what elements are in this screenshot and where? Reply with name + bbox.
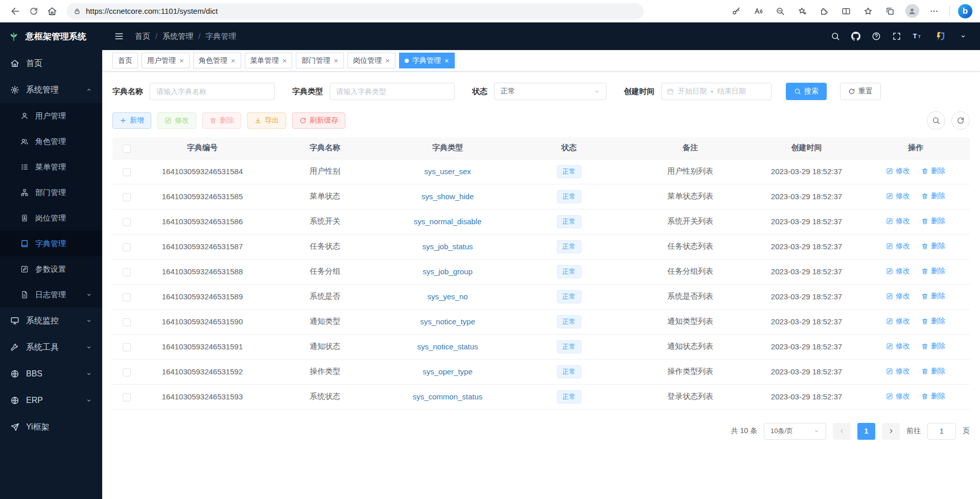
dict-type-link[interactable]: sys_notice_type	[420, 317, 475, 326]
tab-close-icon[interactable]: ×	[385, 57, 390, 64]
sidebar-item-bbs[interactable]: BBS	[0, 361, 102, 387]
browser-more-options[interactable]	[925, 3, 943, 20]
row-edit-link[interactable]: 修改	[886, 167, 910, 176]
export-button[interactable]: 导出	[247, 112, 286, 129]
split-screen-icon[interactable]	[837, 3, 855, 20]
font-size-icon[interactable]	[912, 31, 923, 42]
add-favorite-icon[interactable]	[794, 3, 811, 20]
status-select[interactable]: 正常	[494, 83, 606, 100]
row-edit-link[interactable]: 修改	[886, 342, 910, 351]
collections-icon[interactable]	[881, 3, 899, 20]
sidebar-item-role[interactable]: 角色管理	[0, 129, 102, 154]
row-edit-link[interactable]: 修改	[886, 392, 910, 401]
row-edit-link[interactable]: 修改	[886, 367, 910, 376]
tab-dept[interactable]: 部门管理×	[296, 53, 344, 68]
select-all-checkbox[interactable]	[123, 145, 131, 153]
row-checkbox[interactable]	[123, 193, 131, 201]
prev-page-button[interactable]	[833, 423, 851, 440]
sidebar-item-tool[interactable]: 系统工具	[0, 334, 102, 361]
tab-close-icon[interactable]: ×	[179, 57, 184, 64]
breadcrumb-home[interactable]: 首页	[135, 32, 150, 41]
row-checkbox[interactable]	[123, 368, 131, 376]
dict-name-input[interactable]	[150, 83, 275, 100]
sidebar-item-system[interactable]: 系统管理	[0, 77, 102, 103]
row-delete-link[interactable]: 删除	[921, 267, 945, 276]
dict-type-link[interactable]: sys_common_status	[413, 392, 483, 401]
browser-back-button[interactable]	[6, 3, 25, 20]
page-number-1[interactable]: 1	[857, 423, 875, 440]
refresh-table-button[interactable]	[951, 111, 970, 130]
row-edit-link[interactable]: 修改	[886, 192, 910, 201]
row-edit-link[interactable]: 修改	[886, 267, 910, 276]
date-range-picker[interactable]: 开始日期 - 结束日期	[661, 83, 772, 100]
sidebar-item-erp[interactable]: ERP	[0, 387, 102, 414]
tab-menu[interactable]: 菜单管理×	[245, 53, 293, 68]
read-aloud-icon[interactable]	[750, 3, 767, 20]
github-icon[interactable]	[850, 31, 861, 42]
row-delete-link[interactable]: 删除	[921, 192, 945, 201]
sidebar-item-post[interactable]: 岗位管理	[0, 205, 102, 231]
toggle-search-button[interactable]	[927, 111, 945, 130]
password-key-icon[interactable]	[728, 3, 745, 20]
sidebar-item-log[interactable]: 日志管理	[0, 282, 102, 307]
dict-type-link[interactable]: sys_user_sex	[424, 167, 471, 176]
row-checkbox[interactable]	[123, 218, 131, 226]
tab-close-icon[interactable]: ×	[231, 57, 236, 64]
row-checkbox[interactable]	[123, 393, 131, 401]
edit-button[interactable]: 修改	[157, 112, 196, 129]
row-edit-link[interactable]: 修改	[886, 242, 910, 251]
tab-close-icon[interactable]: ×	[334, 57, 338, 64]
address-bar[interactable]	[66, 3, 644, 19]
browser-refresh-button[interactable]	[25, 3, 43, 20]
hamburger-icon[interactable]	[113, 31, 125, 42]
row-delete-link[interactable]: 删除	[921, 392, 945, 401]
breadcrumb-system[interactable]: 系统管理	[150, 32, 193, 41]
next-page-button[interactable]	[882, 423, 900, 440]
row-edit-link[interactable]: 修改	[886, 217, 910, 226]
goto-page-input[interactable]	[927, 423, 956, 440]
row-delete-link[interactable]: 删除	[921, 242, 945, 251]
dict-type-input[interactable]	[330, 83, 455, 100]
user-dropdown-caret-icon[interactable]	[958, 31, 969, 42]
row-delete-link[interactable]: 删除	[921, 292, 945, 301]
tab-home[interactable]: 首页	[112, 53, 138, 68]
dict-type-link[interactable]: sys_normal_disable	[414, 217, 482, 226]
profile-avatar[interactable]	[903, 3, 921, 20]
user-avatar-logo[interactable]	[932, 28, 948, 44]
row-delete-link[interactable]: 删除	[921, 217, 945, 226]
row-delete-link[interactable]: 删除	[921, 367, 945, 376]
dict-type-link[interactable]: sys_show_hide	[422, 192, 474, 201]
tab-role[interactable]: 角色管理×	[193, 53, 241, 68]
zoom-icon[interactable]	[772, 3, 789, 20]
extensions-icon[interactable]	[815, 3, 833, 20]
tab-user[interactable]: 用户管理×	[142, 53, 190, 68]
row-checkbox[interactable]	[123, 168, 131, 176]
refresh-cache-button[interactable]: 刷新缓存	[292, 112, 345, 129]
favorites-icon[interactable]	[859, 3, 877, 20]
row-delete-link[interactable]: 删除	[921, 317, 945, 326]
fullscreen-icon[interactable]	[891, 31, 902, 42]
row-checkbox[interactable]	[123, 293, 131, 301]
help-icon[interactable]	[871, 31, 882, 42]
row-edit-link[interactable]: 修改	[886, 292, 910, 301]
url-input[interactable]	[86, 7, 637, 15]
dict-type-link[interactable]: sys_notice_status	[417, 342, 478, 351]
row-delete-link[interactable]: 删除	[921, 342, 945, 351]
dict-type-link[interactable]: sys_oper_type	[423, 367, 473, 376]
dict-type-link[interactable]: sys_yes_no	[427, 292, 468, 301]
sidebar-item-dict[interactable]: 字典管理	[0, 231, 102, 256]
add-button[interactable]: 新增	[112, 112, 151, 129]
browser-home-button[interactable]	[43, 3, 61, 20]
dict-type-link[interactable]: sys_job_status	[422, 242, 473, 251]
reset-button[interactable]: 重置	[840, 83, 881, 100]
page-size-select[interactable]: 10条/页	[764, 423, 826, 440]
sidebar-item-dept[interactable]: 部门管理	[0, 180, 102, 205]
search-icon[interactable]	[830, 31, 841, 42]
row-checkbox[interactable]	[123, 343, 131, 351]
row-checkbox[interactable]	[123, 243, 131, 251]
sidebar-item-user[interactable]: 用户管理	[0, 103, 102, 129]
row-edit-link[interactable]: 修改	[886, 317, 910, 326]
row-delete-link[interactable]: 删除	[921, 167, 945, 176]
sidebar-item-menu[interactable]: 菜单管理	[0, 154, 102, 180]
tab-post[interactable]: 岗位管理×	[347, 53, 395, 68]
